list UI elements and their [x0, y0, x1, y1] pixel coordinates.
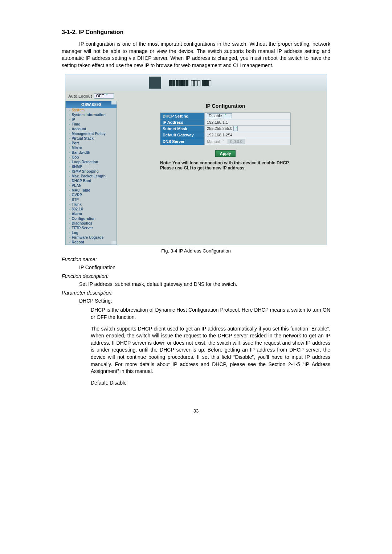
- sidebar-item-mgmtpolicy[interactable]: Management Policy: [66, 131, 117, 136]
- scroll-up-icon[interactable]: ˄: [111, 101, 117, 104]
- row-ip-label: IP Address: [160, 119, 205, 126]
- function-name-value: IP Configuration: [79, 264, 330, 270]
- chevron-down-icon: ˅: [233, 126, 237, 131]
- sidebar-item-maxpkt[interactable]: Max. Packet Length: [66, 174, 117, 178]
- sidebar-item-qos[interactable]: QoS: [66, 155, 117, 160]
- sidebar-item-fwupgrade[interactable]: Firmware Upgrade: [66, 235, 117, 240]
- sidebar-item-igmp[interactable]: IGMP Snooping: [66, 169, 117, 174]
- row-mask-label: Subnet Mask: [160, 126, 205, 132]
- parameter-body-1: DHCP is the abbreviation of Dynamic Host…: [91, 307, 330, 321]
- sidebar-item-virtualstack[interactable]: Virtual Stack: [66, 136, 117, 141]
- page-number: 33: [62, 408, 330, 414]
- sidebar-item-tftp[interactable]: TFTP Server: [66, 226, 117, 230]
- apply-button[interactable]: Apply: [215, 150, 236, 157]
- scroll-down-icon[interactable]: ˅: [111, 241, 117, 245]
- sidebar-item-config[interactable]: Configuration: [66, 216, 117, 221]
- sidebar-item-snmp[interactable]: SNMP: [66, 164, 117, 169]
- row-ip-value[interactable]: 192.168.1.1: [205, 119, 291, 126]
- chevron-down-icon: ˅: [223, 114, 226, 118]
- config-table: DHCP Setting Disable ˅ IP Address 192.16…: [160, 112, 291, 145]
- section-heading: 3-1-2. IP Configuration: [62, 29, 330, 36]
- function-description-value: Set IP address, subnet mask, default gat…: [79, 281, 330, 287]
- dns-value-input[interactable]: 0.0.0.0: [228, 139, 245, 144]
- figure-screenshot: ▮▮▮▮▮▮ ▯▯▯ ▮▮▯ Auto Logout OFF ˅ ˄ GSW-0…: [65, 74, 327, 245]
- sidebar-item-time[interactable]: Time: [66, 122, 117, 127]
- chevron-down-icon: ˅: [221, 139, 224, 144]
- sidebar-item-dhcpboot[interactable]: DHCP Boot: [66, 178, 117, 183]
- auto-logout-value: OFF: [96, 94, 104, 98]
- logo-icon: [149, 77, 161, 89]
- sidebar-item-sysinfo[interactable]: System Information: [66, 112, 117, 117]
- row-dns-label: DNS Server: [160, 138, 205, 145]
- parameter-name: DHCP Setting:: [79, 298, 330, 304]
- sidebar-item-diag[interactable]: Diagnostics: [66, 221, 117, 226]
- switch-ports-icon: ▮▮▮▮▮▮ ▯▯▯ ▮▮▯: [168, 78, 211, 87]
- row-mask-value-cell: 255.255.255.0 ˅: [205, 126, 291, 132]
- dns-mode-select[interactable]: Manual ˅: [207, 139, 225, 144]
- panel-title: IP Configuration: [135, 103, 316, 109]
- dhcp-select[interactable]: Disable ˅: [207, 113, 232, 118]
- sidebar-item-8021x[interactable]: 802.1X: [66, 207, 117, 212]
- top-banner: ▮▮▮▮▮▮ ▯▯▯ ▮▮▯: [65, 74, 327, 91]
- sidebar-item-trunk[interactable]: Trunk: [66, 202, 117, 207]
- auto-logout-label: Auto Logout: [68, 94, 92, 98]
- sidebar-item-mactable[interactable]: MAC Table: [66, 188, 117, 193]
- sidebar: ˄ GSW-0890 System System Information IP …: [65, 101, 117, 245]
- sidebar-item-gvrp[interactable]: GVRP: [66, 193, 117, 197]
- sidebar-item-system[interactable]: System: [66, 108, 117, 112]
- parameter-body-2: The switch supports DHCP client used to …: [91, 325, 330, 375]
- sidebar-item-port[interactable]: Port: [66, 141, 117, 145]
- sidebar-item-reboot[interactable]: Reboot: [66, 240, 117, 245]
- sidebar-item-alarm[interactable]: Alarm: [66, 212, 117, 216]
- sidebar-device-title: GSW-0890: [66, 101, 117, 108]
- sidebar-item-bandwidth[interactable]: Bandwidth: [66, 150, 117, 155]
- intro-paragraph: IP configuration is one of the most impo…: [62, 41, 330, 69]
- figure-caption: Fig. 3-4 IP Address Configuration: [62, 248, 330, 254]
- sidebar-item-stp[interactable]: STP: [66, 197, 117, 202]
- row-gw-label: Default Gateway: [160, 132, 205, 138]
- sidebar-item-loopdet[interactable]: Loop Detection: [66, 160, 117, 164]
- function-description-label: Function description:: [62, 273, 330, 279]
- row-dhcp-value-cell: Disable ˅: [205, 113, 291, 119]
- dns-mode-value: Manual: [207, 139, 220, 144]
- row-gw-value[interactable]: 192.168.1.254: [205, 132, 291, 138]
- row-dns-value-cell: Manual ˅ 0.0.0.0: [205, 138, 291, 145]
- chevron-down-icon: ˅: [105, 94, 108, 98]
- parameter-default: Default: Disable: [91, 379, 330, 387]
- panel-note: Note: You will lose connection with this…: [160, 160, 291, 171]
- function-name-label: Function name:: [62, 257, 330, 262]
- sidebar-item-ip[interactable]: IP: [66, 117, 117, 122]
- sidebar-item-vlan[interactable]: VLAN: [66, 183, 117, 188]
- mask-select[interactable]: 255.255.255.0 ˅: [207, 126, 242, 131]
- auto-logout-select[interactable]: OFF ˅: [94, 93, 114, 99]
- sidebar-item-account[interactable]: Account: [66, 127, 117, 131]
- row-dhcp-label: DHCP Setting: [160, 113, 205, 119]
- mask-select-value: 255.255.255.0: [207, 126, 232, 131]
- parameter-description-label: Parameter description:: [62, 290, 330, 296]
- sidebar-item-mirror[interactable]: Mirror: [66, 145, 117, 150]
- dhcp-select-value: Disable: [209, 114, 222, 118]
- sidebar-item-log[interactable]: Log: [66, 230, 117, 235]
